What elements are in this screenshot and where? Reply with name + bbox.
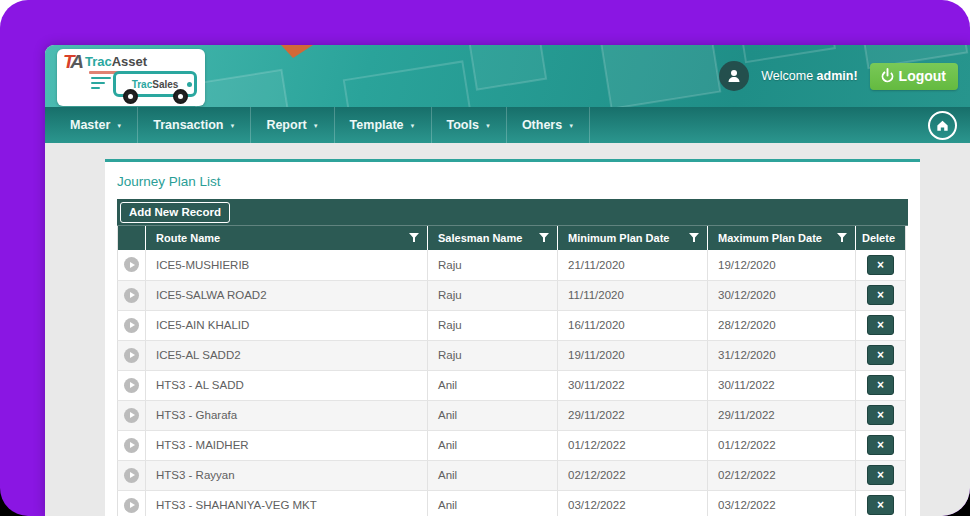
expand-row-icon[interactable] (124, 468, 139, 483)
page-background: Journey Plan List Add New Record Route N… (45, 143, 970, 516)
app-window: TA TracAsset TracSales (45, 45, 970, 516)
nav-item-transaction[interactable]: Transaction ▼ (138, 107, 251, 143)
chevron-down-icon: ▼ (313, 121, 319, 129)
grid-toolbar: Add New Record (117, 199, 908, 226)
chevron-down-icon: ▼ (229, 121, 235, 129)
min-plan-date-cell: 11/11/2020 (558, 280, 708, 310)
min-plan-date-cell: 19/11/2020 (558, 340, 708, 370)
chevron-down-icon: ▼ (410, 121, 416, 129)
journey-plan-table: Route Name Salesman Name Minimum Plan Da… (117, 226, 906, 516)
delete-row-button[interactable]: × (867, 435, 894, 455)
table-row: ICE5-AIN KHALID Raju 16/11/2020 28/12/20… (118, 310, 906, 340)
route-name-cell: ICE5-AL SADD2 (146, 340, 428, 370)
truck-speed-lines (91, 77, 111, 92)
truck-dot (187, 82, 192, 87)
route-name-cell: ICE5-SALWA ROAD2 (146, 280, 428, 310)
column-header-salesman-name[interactable]: Salesman Name (428, 226, 558, 250)
route-name-cell: HTS3 - SHAHANIYA-VEG MKT (146, 490, 428, 516)
salesman-name-cell: Anil (428, 400, 558, 430)
content-panel: Journey Plan List Add New Record Route N… (105, 159, 920, 516)
ta-monogram: TA (63, 53, 81, 70)
delete-row-button[interactable]: × (867, 345, 894, 365)
min-plan-date-cell: 02/12/2022 (558, 460, 708, 490)
delete-row-button[interactable]: × (867, 405, 894, 425)
expand-row-icon[interactable] (124, 257, 139, 272)
nav-item-master[interactable]: Master ▼ (55, 107, 138, 143)
expand-row-icon[interactable] (124, 348, 139, 363)
delete-row-button[interactable]: × (867, 465, 894, 485)
power-icon (880, 68, 895, 83)
nav-item-others[interactable]: Others ▼ (507, 107, 590, 143)
main-navbar: Master ▼ Transaction ▼ Report ▼ Template… (45, 107, 970, 143)
max-plan-date-cell: 30/11/2022 (708, 370, 856, 400)
logout-button[interactable]: Logout (870, 63, 958, 90)
salesman-name-cell: Anil (428, 370, 558, 400)
expand-row-icon[interactable] (124, 408, 139, 423)
table-row: HTS3 - Rayyan Anil 02/12/2022 02/12/2022… (118, 460, 906, 490)
username: admin! (817, 69, 858, 83)
delete-row-button[interactable]: × (867, 315, 894, 335)
expand-row-icon[interactable] (124, 288, 139, 303)
route-name-cell: ICE5-MUSHIERIB (146, 250, 428, 280)
min-plan-date-cell: 16/11/2020 (558, 310, 708, 340)
pattern-orange-shard (281, 45, 313, 58)
expand-row-icon[interactable] (124, 378, 139, 393)
chevron-down-icon: ▼ (485, 121, 491, 129)
truck-wheel-left (123, 89, 138, 104)
expand-row-icon[interactable] (124, 498, 139, 513)
route-name-cell: HTS3 - Rayyan (146, 460, 428, 490)
max-plan-date-cell: 01/12/2022 (708, 430, 856, 460)
column-header-max-plan-date[interactable]: Maximum Plan Date (708, 226, 856, 250)
table-row: HTS3 - AL SADD Anil 30/11/2022 30/11/202… (118, 370, 906, 400)
route-name-cell: HTS3 - MAIDHER (146, 430, 428, 460)
filter-icon[interactable] (409, 233, 419, 243)
filter-icon[interactable] (539, 233, 549, 243)
salesman-name-cell: Anil (428, 490, 558, 516)
delete-row-button[interactable]: × (867, 375, 894, 395)
chevron-down-icon: ▼ (568, 121, 574, 129)
user-avatar (719, 61, 749, 91)
nav-item-report[interactable]: Report ▼ (251, 107, 334, 143)
home-button[interactable] (928, 111, 957, 140)
expand-row-icon[interactable] (124, 438, 139, 453)
nav-item-template[interactable]: Template ▼ (335, 107, 432, 143)
salesman-name-cell: Anil (428, 430, 558, 460)
max-plan-date-cell: 28/12/2020 (708, 310, 856, 340)
delete-row-button[interactable]: × (867, 495, 894, 515)
brand-logo[interactable]: TA TracAsset TracSales (57, 49, 205, 106)
table-row: HTS3 - MAIDHER Anil 01/12/2022 01/12/202… (118, 430, 906, 460)
salesman-name-cell: Raju (428, 280, 558, 310)
route-name-cell: ICE5-AIN KHALID (146, 310, 428, 340)
column-header-delete: Delete (856, 226, 906, 250)
max-plan-date-cell: 31/12/2020 (708, 340, 856, 370)
delete-row-button[interactable]: × (867, 285, 894, 305)
table-row: ICE5-AL SADD2 Raju 19/11/2020 31/12/2020… (118, 340, 906, 370)
min-plan-date-cell: 30/11/2022 (558, 370, 708, 400)
nav-item-tools[interactable]: Tools ▼ (432, 107, 507, 143)
max-plan-date-cell: 02/12/2022 (708, 460, 856, 490)
column-header-route-name[interactable]: Route Name (146, 226, 428, 250)
salesman-name-cell: Raju (428, 310, 558, 340)
column-header-min-plan-date[interactable]: Minimum Plan Date (558, 226, 708, 250)
expand-column-header (118, 226, 146, 250)
filter-icon[interactable] (689, 233, 699, 243)
table-header-row: Route Name Salesman Name Minimum Plan Da… (118, 226, 906, 250)
route-name-cell: HTS3 - Gharafa (146, 400, 428, 430)
min-plan-date-cell: 29/11/2022 (558, 400, 708, 430)
screenshot-frame: TA TracAsset TracSales (0, 0, 970, 516)
welcome-text: Welcome admin! (761, 69, 857, 83)
min-plan-date-cell: 03/12/2022 (558, 490, 708, 516)
chevron-down-icon: ▼ (116, 121, 122, 129)
table-row: HTS3 - SHAHANIYA-VEG MKT Anil 03/12/2022… (118, 490, 906, 516)
max-plan-date-cell: 03/12/2022 (708, 490, 856, 516)
filter-icon[interactable] (837, 233, 847, 243)
salesman-name-cell: Raju (428, 340, 558, 370)
table-row: ICE5-MUSHIERIB Raju 21/11/2020 19/12/202… (118, 250, 906, 280)
table-row: HTS3 - Gharafa Anil 29/11/2022 29/11/202… (118, 400, 906, 430)
min-plan-date-cell: 01/12/2022 (558, 430, 708, 460)
expand-row-icon[interactable] (124, 318, 139, 333)
max-plan-date-cell: 29/11/2022 (708, 400, 856, 430)
delete-row-button[interactable]: × (867, 255, 894, 275)
add-new-record-button[interactable]: Add New Record (120, 202, 230, 223)
home-icon (935, 118, 950, 133)
